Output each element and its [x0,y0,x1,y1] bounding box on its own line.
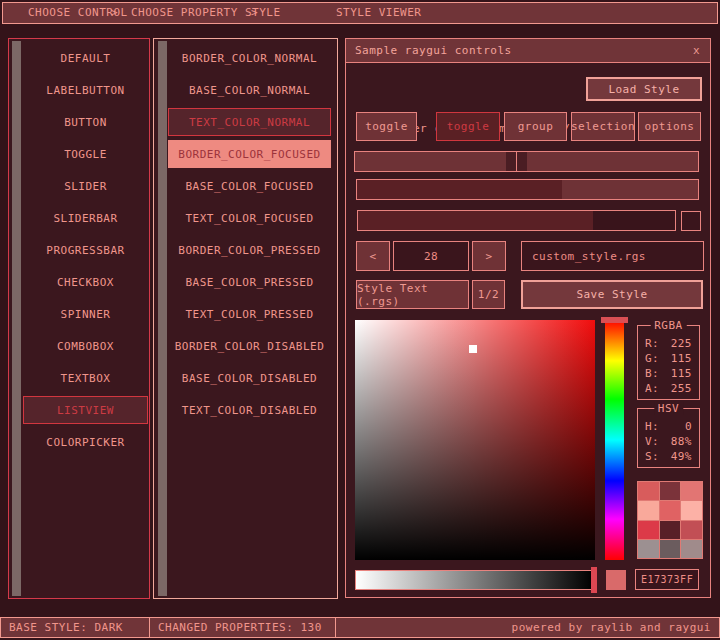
value-row: R:225 [638,336,699,351]
value-row: S:49% [638,449,699,464]
window-title: Sample raygui controls [355,39,512,62]
hex-color-input[interactable] [635,569,699,590]
rgba-rows: R:225G:115B:115A:255 [638,336,699,396]
property-item-base_color_pressed[interactable]: BASE_COLOR_PRESSED [168,268,331,296]
property-item-border_color_pressed[interactable]: BORDER_COLOR_PRESSED [168,236,331,264]
sidebar-item-progressbar[interactable]: PROGRESSBAR [23,236,148,264]
status-powered-by: powered by raylib and raygui [335,617,720,638]
sidebar-item-labelbutton[interactable]: LABELBUTTON [23,76,148,104]
palette-swatch[interactable] [681,521,702,539]
sidebar-item-sliderbar[interactable]: SLIDERBAR [23,204,148,232]
rguistyler-app: CHOOSE CONTROL > CHOOSE PROPERTY STYLE >… [0,0,720,640]
color-cursor[interactable] [469,345,477,353]
value-row: G:115 [638,351,699,366]
property-item-base_color_normal[interactable]: BASE_COLOR_NORMAL [168,76,331,104]
color-saturation-value-picker[interactable] [355,320,595,560]
hue-handle[interactable] [601,317,628,323]
property-item-base_color_focused[interactable]: BASE_COLOR_FOCUSED [168,172,331,200]
sample-controls-window: Sample raygui controls x rGuiStyler gith… [345,38,711,598]
palette-swatch[interactable] [660,482,681,500]
progressbar-fill [358,211,593,230]
rgba-title: RGBA [650,319,687,332]
sidebar-item-colorpicker[interactable]: COLORPICKER [23,428,148,456]
slider-handle[interactable] [506,152,527,171]
sidebar-item-combobox[interactable]: COMBOBOX [23,332,148,360]
style-text-button[interactable]: Style Text (.rgs) [356,280,469,309]
palette-swatch[interactable] [660,501,681,519]
page-indicator-button[interactable]: 1/2 [472,280,505,309]
chevron-right-icon: > [251,3,258,22]
property-item-text_color_pressed[interactable]: TEXT_COLOR_PRESSED [168,300,331,328]
property-item-border_color_disabled[interactable]: BORDER_COLOR_DISABLED [168,332,331,360]
properties-listview: BORDER_COLOR_NORMALBASE_COLOR_NORMALTEXT… [153,38,338,599]
toggle-button-toggle-1[interactable]: toggle [436,112,500,141]
controls-listview: DEFAULTLABELBUTTONBUTTONTOGGLESLIDERSLID… [8,38,150,599]
palette-swatch[interactable] [638,501,659,519]
property-item-border_color_normal[interactable]: BORDER_COLOR_NORMAL [168,44,331,72]
sidebar-item-toggle[interactable]: TOGGLE [23,140,148,168]
controls-list: DEFAULTLABELBUTTONBUTTONTOGGLESLIDERSLID… [23,44,148,460]
slider[interactable] [354,151,699,172]
breadcrumb: CHOOSE CONTROL > CHOOSE PROPERTY STYLE >… [2,2,718,24]
filename-input[interactable] [521,241,704,271]
toggle-button-group-2[interactable]: group [504,112,567,141]
close-icon[interactable]: x [693,39,700,62]
value-row: H:0 [638,419,699,434]
toggle-button-selection-3[interactable]: selection [571,112,635,141]
current-color-swatch [606,570,626,590]
value-row: B:115 [638,366,699,381]
value-row: A:255 [638,381,699,396]
alpha-slider[interactable] [355,570,593,590]
status-base-style: BASE STYLE: DARK [0,617,150,638]
step-style-viewer: STYLE VIEWER [336,3,421,22]
sidebar-item-button[interactable]: BUTTON [23,108,148,136]
window-titlebar: Sample raygui controls x [346,39,710,63]
hsv-rows: H:0V:88%S:49% [638,419,699,464]
spinner-increment-button[interactable]: > [472,241,506,271]
property-item-text_color_disabled[interactable]: TEXT_COLOR_DISABLED [168,396,331,424]
hue-slider[interactable] [605,320,624,560]
checkbox[interactable] [681,211,701,231]
toggle-button-options-4[interactable]: options [638,112,701,141]
sidebar-item-listview[interactable]: LISTVIEW [23,396,148,424]
palette-swatch[interactable] [660,521,681,539]
sliderbar-fill [357,180,562,199]
property-item-text_color_focused[interactable]: TEXT_COLOR_FOCUSED [168,204,331,232]
rgba-groupbox: RGBA R:225G:115B:115A:255 [637,325,700,400]
load-style-button[interactable]: Load Style [586,77,702,101]
sidebar-item-textbox[interactable]: TEXTBOX [23,364,148,392]
sidebar-item-checkbox[interactable]: CHECKBOX [23,268,148,296]
save-style-button[interactable]: Save Style [521,280,703,309]
palette-swatch[interactable] [681,501,702,519]
controls-scrollbar[interactable] [12,41,21,596]
hsv-groupbox: HSV H:0V:88%S:49% [637,408,700,468]
sidebar-item-slider[interactable]: SLIDER [23,172,148,200]
sidebar-item-spinner[interactable]: SPINNER [23,300,148,328]
chevron-right-icon: > [111,3,118,22]
property-item-text_color_normal[interactable]: TEXT_COLOR_NORMAL [168,108,331,136]
properties-scrollbar[interactable] [158,41,167,596]
palette-swatch[interactable] [638,540,659,558]
palette-swatch[interactable] [638,482,659,500]
palette-swatch[interactable] [681,482,702,500]
progressbar [357,210,676,231]
palette-swatch[interactable] [638,521,659,539]
property-item-border_color_focused[interactable]: BORDER_COLOR_FOCUSED [168,140,331,168]
status-changed-properties: CHANGED PROPERTIES: 130 [149,617,336,638]
value-row: V:88% [638,434,699,449]
style-color-palette [637,481,703,559]
spinner-decrement-button[interactable]: < [356,241,390,271]
alpha-handle[interactable] [591,567,597,593]
sliderbar[interactable] [356,179,699,200]
hsv-title: HSV [654,402,683,415]
palette-swatch[interactable] [660,540,681,558]
sidebar-item-default[interactable]: DEFAULT [23,44,148,72]
palette-swatch[interactable] [681,540,702,558]
spinner-value[interactable]: 28 [393,241,469,271]
properties-list: BORDER_COLOR_NORMALBASE_COLOR_NORMALTEXT… [168,44,331,428]
property-item-base_color_disabled[interactable]: BASE_COLOR_DISABLED [168,364,331,392]
step-choose-property-style: CHOOSE PROPERTY STYLE [131,3,281,22]
toggle-button-toggle-0[interactable]: toggle [356,112,417,141]
